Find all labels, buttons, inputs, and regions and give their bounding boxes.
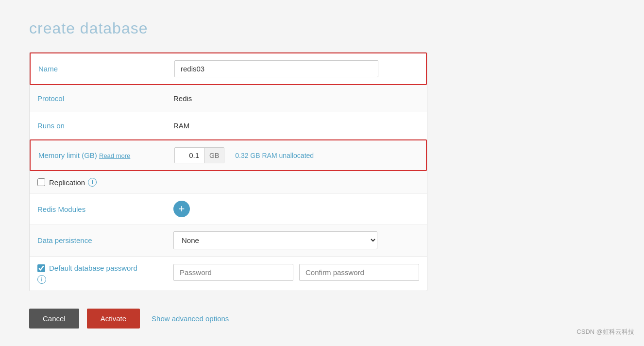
data-persistence-label: Data persistence	[37, 236, 173, 244]
confirm-password-input[interactable]	[299, 264, 419, 281]
replication-label: Replication	[49, 178, 85, 187]
page-title: create database	[29, 19, 615, 37]
activate-button[interactable]: Activate	[87, 309, 140, 329]
memory-row: Memory limit (GB) Read more GB 0.32 GB R…	[30, 139, 427, 171]
redis-modules-label: Redis Modules	[37, 205, 173, 213]
memory-unit: GB	[204, 148, 224, 163]
replication-row: Replication i	[30, 171, 427, 194]
name-label: Name	[38, 65, 174, 73]
password-label-wrap: Default database password i	[37, 264, 173, 284]
watermark: CSDN @虹科云科技	[576, 328, 634, 336]
password-label: Default database password	[49, 264, 137, 272]
protocol-value: Redis	[173, 94, 419, 103]
memory-label: Memory limit (GB)	[38, 151, 97, 159]
memory-value-col: GB 0.32 GB RAM unallocated	[174, 147, 418, 163]
redis-modules-value: +	[173, 201, 419, 217]
protocol-row: Protocol Redis	[30, 85, 427, 112]
replication-info-icon[interactable]: i	[88, 178, 97, 187]
runs-on-value: RAM	[173, 121, 419, 130]
bottom-actions: Cancel Activate Show advanced options	[29, 309, 427, 329]
cancel-button[interactable]: Cancel	[29, 309, 79, 329]
data-persistence-value: None Append only file (AOF) Snapshot	[173, 231, 419, 249]
runs-on-label: Runs on	[37, 121, 173, 130]
password-input[interactable]	[173, 264, 293, 281]
name-value-col	[174, 60, 418, 77]
data-persistence-row: Data persistence None Append only file (…	[30, 225, 427, 257]
password-row: Default database password i	[30, 257, 427, 291]
show-advanced-link[interactable]: Show advanced options	[152, 314, 229, 323]
read-more-link[interactable]: Read more	[99, 152, 130, 159]
memory-input[interactable]	[175, 148, 204, 163]
password-checkbox[interactable]	[37, 264, 45, 272]
data-persistence-select[interactable]: None Append only file (AOF) Snapshot	[173, 231, 377, 249]
runs-on-row: Runs on RAM	[30, 112, 427, 139]
protocol-label: Protocol	[37, 94, 173, 103]
password-info-icon[interactable]: i	[37, 275, 46, 284]
memory-label-col: Memory limit (GB) Read more	[38, 151, 174, 159]
redis-modules-row: Redis Modules +	[30, 194, 427, 225]
add-module-button[interactable]: +	[173, 201, 190, 217]
ram-unallocated: 0.32 GB RAM unallocated	[235, 152, 314, 159]
create-database-form: Name Protocol Redis Runs on RAM Memory l…	[29, 52, 427, 291]
name-input[interactable]	[174, 60, 378, 77]
password-inputs	[173, 264, 419, 281]
password-label-top: Default database password	[37, 264, 173, 272]
name-row: Name	[30, 52, 427, 85]
memory-input-wrap: GB	[174, 147, 224, 163]
replication-checkbox[interactable]	[37, 178, 45, 186]
